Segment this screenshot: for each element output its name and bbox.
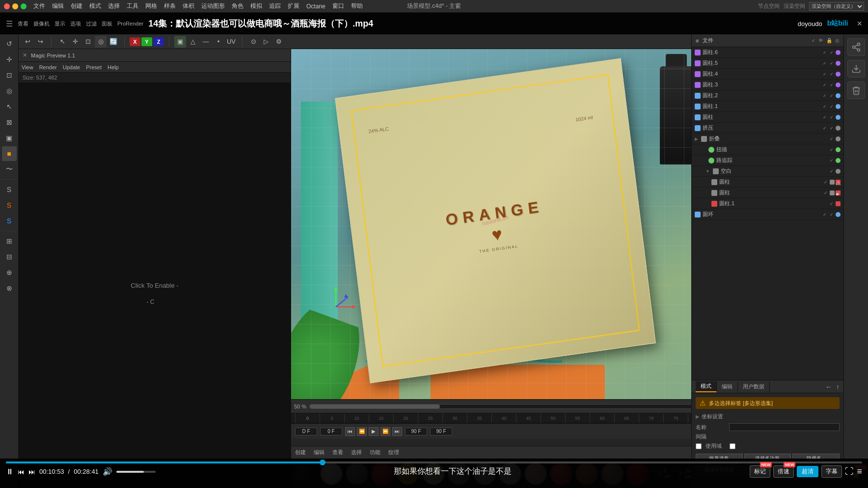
lbl-view[interactable]: 查看 [332,449,343,456]
lc3-check2[interactable]: ✓ [829,82,835,88]
minimize-traffic-light[interactable] [12,3,18,9]
goto-end-btn[interactable]: ⏭ [392,427,402,436]
menu-character[interactable]: 角色 [232,2,244,10]
sidebar-spline-icon[interactable]: 〜 [2,162,17,177]
menu-strips[interactable]: 样条 [164,2,176,10]
sidebar-grid3-icon[interactable]: ⊕ [2,265,17,280]
lc1b-chk[interactable]: ✓ [829,201,835,207]
lbl-edit[interactable]: 编辑 [314,449,325,456]
menu-create[interactable]: 创建 [71,2,82,10]
menu-window[interactable]: 窗口 [332,2,344,10]
display-btn[interactable]: 显示 [54,20,65,27]
video-quality-btn[interactable]: 超清 [797,466,818,477]
layer-item-cyl1b[interactable]: 圆柱.1 ✓ [692,198,843,209]
section-expand[interactable]: ▶ 坐标设置 [696,413,840,420]
props-nav-forward[interactable]: ↑ [836,383,840,391]
redo-icon[interactable]: ↪ [34,36,46,48]
sidebar-arrow-icon[interactable]: ↖ [2,99,17,114]
magic-canvas[interactable]: Click To Enable - - C [19,82,291,488]
prev-frame-btn[interactable]: ⏪ [357,427,367,436]
lc3-check[interactable]: ✓ [822,82,828,88]
menu-simulate[interactable]: 模拟 [250,2,262,10]
edge-mode-icon[interactable]: — [200,36,212,48]
render-icon[interactable]: ⊙ [247,36,259,48]
lc2-check[interactable]: ✓ [822,93,828,99]
menu-file[interactable]: 文件 [33,2,45,10]
layer-item-cylinder1[interactable]: 圆柱.1 ✓ ✓ [692,101,843,112]
layer-item-cylinder3[interactable]: 圆柱.3 ✓ ✓ [692,80,843,90]
end-frame2-input[interactable] [430,428,452,435]
sidebar-scale-icon[interactable]: ⊡ [2,68,17,82]
uvw-mode-icon[interactable]: UV [225,36,237,48]
magic-menu-preset[interactable]: Preset [86,64,102,70]
layer-item-cylinder2[interactable]: 圆柱.2 ✓ ✓ [692,90,843,101]
lc5-check2[interactable]: ✓ [829,60,835,66]
lbl-function[interactable]: 功能 [370,449,380,456]
menu-octane[interactable]: Octane [306,3,326,10]
video-volume-btn[interactable]: 🔊 [103,467,112,476]
video-progress-bar[interactable] [6,461,862,463]
lc5-check[interactable]: ✓ [822,60,828,66]
sidebar-move-icon[interactable]: ✛ [2,52,17,67]
layer-item-cyl-b[interactable]: 圆柱 ✓ ● [692,188,843,198]
lc-check[interactable]: ✓ [822,50,828,55]
props-nav-back[interactable]: ← [825,383,832,391]
lc-chk2[interactable]: ✓ [829,114,835,120]
menu-body[interactable]: 体积 [183,2,194,10]
le-chk2[interactable]: ✓ [829,125,835,131]
magic-menu-help[interactable]: Help [108,64,119,70]
lbl-select[interactable]: 选择 [351,449,362,456]
option-btn[interactable]: 选项 [70,20,81,27]
layer-item-cyl-a[interactable]: 圆柱 ✓ ⚠ [692,177,843,188]
rotate-tool-icon[interactable]: ◎ [95,36,107,48]
lc1-check[interactable]: ✓ [822,104,828,109]
polygon-mode-icon[interactable]: △ [187,36,199,48]
tab-edit[interactable]: 编辑 [717,381,738,392]
lt-chk2[interactable]: ✓ [829,212,835,217]
undo-icon[interactable]: ↩ [22,36,33,48]
layer-item-cylinder4[interactable]: 圆柱.4 ✓ ✓ [692,69,843,80]
sidebar-select-icon[interactable]: ◎ [2,83,17,98]
menu-select[interactable]: 选择 [108,2,120,10]
lc-check2[interactable]: ✓ [829,50,835,55]
sidebar-s3-icon[interactable]: S [2,214,17,228]
lf-chk[interactable]: ✓ [829,136,835,142]
layer-item-cylinder[interactable]: 圆柱 ✓ ✓ [692,112,843,123]
layer-item-torus[interactable]: 圆环 ✓ ✓ [692,209,843,220]
video-menu-btn[interactable]: ≡ [857,466,862,477]
menu-mesh[interactable]: 网格 [145,2,157,10]
sidebar-s1-icon[interactable]: S [2,182,17,197]
lc4-check[interactable]: ✓ [822,71,828,77]
magic-menu-render[interactable]: Render [39,64,57,70]
lca-chk[interactable]: ✓ [823,179,829,185]
axis-y-btn[interactable]: Y [141,37,152,46]
layer-item-extrude[interactable]: 挤压 ✓ ✓ [692,123,843,134]
lc2-check2[interactable]: ✓ [829,93,835,99]
sidebar-rotate-icon[interactable]: ↺ [2,36,17,51]
download-btn[interactable] [847,60,865,78]
render-space-select[interactable]: 渲染空间（自定义） [809,2,864,11]
name-prop-input[interactable]: 多边形选集 [729,423,840,431]
menu-help[interactable]: 帮助 [351,2,363,10]
menu-track[interactable]: 追踪 [269,2,281,10]
click-to-enable-text[interactable]: Click To Enable - [131,282,178,289]
video-play-btn[interactable]: ⏸ [6,467,14,476]
delete-btn[interactable] [847,81,865,99]
sidebar-3d-icon[interactable]: ▣ [2,131,17,145]
sidebar-grid4-icon[interactable]: ⊗ [2,281,17,296]
menu-edit[interactable]: 编辑 [52,2,64,10]
scale-tool-icon[interactable]: ⊡ [82,36,94,48]
le-chk[interactable]: ✓ [822,125,828,131]
video-progress-handle[interactable] [320,460,326,465]
play-pause-btn[interactable]: ▶ [369,427,379,436]
sidebar-grid1-icon[interactable]: ⊞ [2,234,17,248]
object-mode-icon[interactable]: ▣ [174,36,186,48]
video-speed-btn[interactable]: 倍速 NEW [773,465,794,478]
fullscreen-traffic-light[interactable] [21,3,27,9]
layer-item-luzhuizong[interactable]: 路追踪 ✓ [692,155,843,166]
close-traffic-light[interactable] [4,3,10,9]
sidebar-reset-icon[interactable]: ⊠ [2,115,17,130]
lbl-create[interactable]: 创建 [295,449,306,456]
video-close-btn[interactable]: × [857,19,862,29]
fold-expand[interactable]: ▶ [695,136,698,141]
